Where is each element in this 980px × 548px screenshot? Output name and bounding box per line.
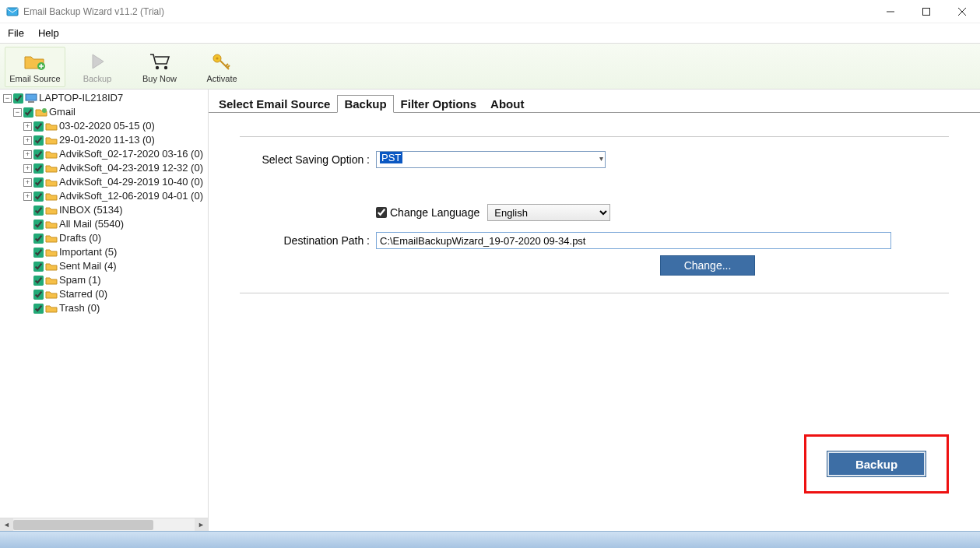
tab-filter-options[interactable]: Filter Options	[394, 95, 484, 113]
folder-icon	[45, 275, 58, 286]
tree-folder[interactable]: +AdvikSoft_12-06-2019 04-01 (0)	[3, 189, 208, 203]
tree-mailbox[interactable]: Starred (0)	[3, 287, 208, 301]
menu-help[interactable]: Help	[38, 27, 59, 39]
folder-icon	[45, 191, 58, 202]
tree-mailbox[interactable]: INBOX (5134)	[3, 203, 208, 217]
scroll-left-icon[interactable]: ◄	[0, 518, 13, 532]
tree-checkbox[interactable]	[33, 191, 44, 202]
menu-bar: File Help	[0, 23, 980, 44]
tree-mailbox[interactable]: All Mail (5540)	[3, 217, 208, 231]
tree-checkbox[interactable]	[33, 135, 44, 146]
tree-checkbox[interactable]	[33, 149, 44, 160]
tree-checkbox[interactable]	[33, 248, 44, 258]
tree-checkbox[interactable]	[33, 234, 44, 244]
folder-icon	[45, 121, 58, 132]
tree-folder[interactable]: +AdvikSoft_02-17-2020 03-16 (0)	[3, 147, 208, 161]
svg-rect-11	[28, 101, 34, 103]
tree-checkbox[interactable]	[33, 206, 44, 216]
tree-item-label: AdvikSoft_04-29-2019 10-40 (0)	[59, 175, 203, 189]
tree-mailbox[interactable]: Trash (0)	[3, 301, 208, 315]
folder-tree[interactable]: − LAPTOP-IL218ID7 − Gmail +03-02-2020 05…	[0, 90, 208, 518]
horizontal-scrollbar[interactable]: ◄ ►	[0, 518, 208, 531]
collapse-icon[interactable]: −	[3, 94, 12, 103]
chevron-down-icon: ▾	[599, 154, 603, 163]
tree-mailbox[interactable]: Important (5)	[3, 245, 208, 259]
tree-item-label: Drafts (0)	[59, 231, 101, 245]
toolbar-email-source[interactable]: Email Source	[5, 47, 65, 87]
change-language-checkbox[interactable]	[376, 207, 387, 218]
expand-icon[interactable]: +	[23, 178, 32, 187]
svg-point-6	[156, 66, 159, 69]
tree-folder[interactable]: +AdvikSoft_04-23-2019 12-32 (0)	[3, 161, 208, 175]
folder-icon	[45, 163, 58, 174]
menu-file[interactable]: File	[8, 27, 24, 39]
scroll-right-icon[interactable]: ►	[195, 518, 208, 532]
tree-item-label: AdvikSoft_04-23-2019 12-32 (0)	[59, 161, 203, 175]
svg-rect-10	[26, 94, 37, 100]
cart-icon	[132, 51, 188, 72]
tree-checkbox[interactable]	[33, 163, 44, 174]
toolbar-buy-now[interactable]: Buy Now	[129, 47, 190, 87]
tree-item-label: Spam (1)	[59, 273, 100, 287]
expand-icon[interactable]: +	[23, 192, 32, 201]
tree-checkbox[interactable]	[33, 177, 44, 188]
tree-mailbox[interactable]: Drafts (0)	[3, 231, 208, 245]
folder-icon	[45, 261, 58, 272]
tree-checkbox[interactable]	[33, 262, 44, 272]
divider	[240, 293, 949, 293]
close-button[interactable]	[944, 0, 980, 23]
tree-item-label: AdvikSoft_12-06-2019 04-01 (0)	[59, 189, 203, 203]
expand-icon[interactable]: +	[23, 164, 32, 173]
tree-item-label: Trash (0)	[59, 301, 100, 315]
folder-icon	[45, 177, 58, 188]
backup-button[interactable]: Backup	[827, 451, 926, 477]
expand-icon[interactable]: +	[23, 136, 32, 145]
app-icon	[6, 5, 19, 18]
tree-mailbox[interactable]: Spam (1)	[3, 273, 208, 287]
tree-folder[interactable]: +AdvikSoft_04-29-2019 10-40 (0)	[3, 175, 208, 189]
saving-option-value: PST	[380, 152, 402, 163]
tree-checkbox[interactable]	[13, 93, 23, 104]
tab-select-source[interactable]: Select Email Source	[212, 95, 337, 113]
expand-icon[interactable]: +	[23, 122, 32, 131]
toolbar-activate[interactable]: Activate	[191, 47, 252, 87]
toolbar-backup[interactable]: Backup	[67, 47, 128, 87]
divider	[240, 136, 949, 137]
tree-item-label: 29-01-2020 11-13 (0)	[59, 133, 155, 147]
collapse-icon[interactable]: −	[13, 108, 22, 117]
tree-checkbox[interactable]	[33, 121, 44, 132]
main-area: − LAPTOP-IL218ID7 − Gmail +03-02-2020 05…	[0, 90, 980, 531]
language-select[interactable]: English	[487, 204, 610, 221]
tree-mailbox[interactable]: Sent Mail (4)	[3, 259, 208, 273]
saving-option-select[interactable]: PST ▾	[376, 151, 606, 168]
destination-path-input[interactable]	[376, 232, 891, 249]
svg-point-9	[216, 57, 218, 59]
tree-folder[interactable]: +29-01-2020 11-13 (0)	[3, 133, 208, 147]
folder-icon	[45, 205, 58, 216]
folder-icon	[45, 233, 58, 244]
minimize-button[interactable]	[873, 0, 908, 23]
tree-checkbox[interactable]	[23, 107, 33, 118]
window-controls	[873, 0, 980, 23]
tree-checkbox[interactable]	[33, 276, 44, 286]
tree-checkbox[interactable]	[33, 220, 44, 230]
tree-account[interactable]: − Gmail	[3, 105, 208, 119]
tree-item-label: AdvikSoft_02-17-2020 03-16 (0)	[59, 147, 203, 161]
expand-icon[interactable]: +	[23, 150, 32, 159]
tab-about[interactable]: About	[483, 95, 531, 113]
tree-checkbox[interactable]	[33, 290, 44, 300]
tab-backup[interactable]: Backup	[337, 95, 393, 113]
svg-point-7	[164, 66, 167, 69]
tree-folder[interactable]: +03-02-2020 05-15 (0)	[3, 119, 208, 133]
tree-checkbox[interactable]	[33, 304, 44, 314]
tree-root[interactable]: − LAPTOP-IL218ID7	[3, 91, 208, 105]
tree-item-label: All Mail (5540)	[59, 217, 124, 231]
folder-icon	[45, 219, 58, 230]
content-pane: Select Email Source Backup Filter Option…	[209, 90, 980, 531]
scroll-thumb[interactable]	[13, 520, 153, 530]
status-bar	[0, 531, 980, 548]
maximize-button[interactable]	[908, 0, 944, 23]
change-button[interactable]: Change...	[660, 255, 755, 276]
scroll-track[interactable]	[13, 518, 195, 532]
tree-item-label: Important (5)	[59, 245, 117, 259]
